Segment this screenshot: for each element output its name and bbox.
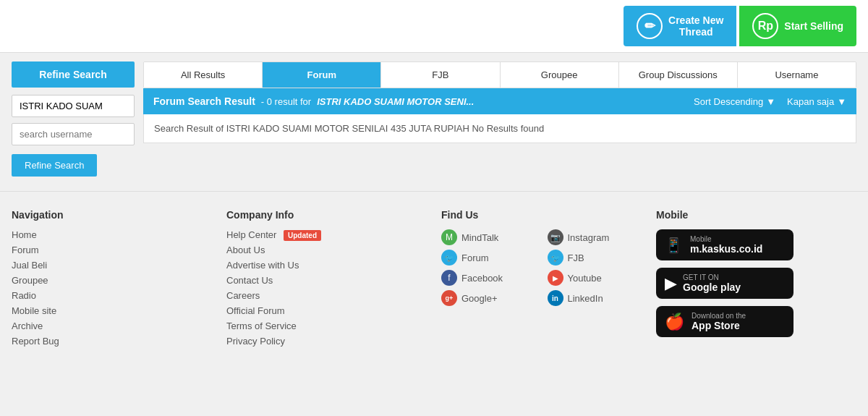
kaskus-mobile-main: m.kaskus.co.id — [690, 243, 762, 255]
username-search-input[interactable] — [12, 123, 135, 145]
company-terms[interactable]: Terms of Service — [226, 321, 297, 331]
nav-radio[interactable]: Radio — [12, 290, 36, 301]
main-content: Refine Search Refine Search All Results … — [0, 53, 868, 185]
refine-search-bottom-button[interactable]: Refine Search — [12, 154, 97, 177]
linkedin-label: LinkedIn — [568, 293, 603, 304]
find-us-instagram[interactable]: 📷 Instagram — [548, 229, 642, 245]
youtube-label: Youtube — [568, 273, 602, 284]
updated-badge: Updated — [284, 230, 321, 241]
find-us-mindt[interactable]: M MindTalk — [441, 229, 536, 245]
apple-icon: 🍎 — [665, 313, 684, 331]
start-selling-button[interactable]: Rp Start Selling — [739, 6, 856, 46]
header-action-buttons: ✏ Create New Thread Rp Start Selling — [624, 6, 856, 46]
company-contact[interactable]: Contact Us — [226, 275, 273, 286]
find-us-youtube[interactable]: ▶ Youtube — [548, 270, 642, 286]
result-count-text: - 0 result for — [261, 96, 311, 107]
mindt-label: MindTalk — [461, 232, 498, 243]
company-careers[interactable]: Careers — [226, 290, 260, 301]
list-item: Report Bug — [12, 336, 212, 347]
fjb-label: FJB — [568, 252, 584, 263]
result-query: ISTRI KADO SUAMI MOTOR SENI... — [317, 96, 474, 107]
list-item: Privacy Policy — [226, 336, 427, 347]
find-us-forum[interactable]: 🐦 Forum — [441, 250, 536, 266]
find-us-grid: M MindTalk 📷 Instagram 🐦 Forum 🐦 FJB f — [441, 229, 642, 306]
nav-home[interactable]: Home — [12, 229, 37, 240]
tab-username[interactable]: Username — [738, 62, 856, 88]
search-input[interactable] — [12, 95, 135, 117]
company-list: Help Center Updated About Us Advertise w… — [226, 229, 427, 347]
mindt-icon: M — [441, 229, 457, 245]
forum-label: Forum — [461, 252, 489, 263]
tab-all-results[interactable]: All Results — [144, 62, 263, 88]
rp-icon: Rp — [752, 13, 778, 39]
mobile-title: Mobile — [656, 209, 856, 221]
tab-forum[interactable]: Forum — [263, 62, 381, 88]
googleplus-icon: g+ — [441, 290, 457, 306]
footer-find-us: Find Us M MindTalk 📷 Instagram 🐦 Forum 🐦… — [441, 209, 642, 351]
nav-groupee[interactable]: Groupee — [12, 275, 48, 286]
find-us-title: Find Us — [441, 209, 642, 221]
footer: Navigation Home Forum Jual Beli Groupee … — [0, 191, 868, 362]
list-item: Groupee — [12, 275, 212, 286]
facebook-label: Facebook — [461, 273, 503, 284]
nav-archive[interactable]: Archive — [12, 321, 43, 331]
list-item: Forum — [12, 245, 212, 255]
tab-group-discussions[interactable]: Group Discussions — [619, 62, 738, 88]
googleplus-label: Google+ — [461, 293, 498, 304]
company-privacy[interactable]: Privacy Policy — [226, 336, 285, 347]
result-body-text: Search Result of ISTRI KADO SUAMI MOTOR … — [154, 123, 544, 134]
kaskus-mobile-sub: Mobile — [690, 235, 762, 243]
pencil-icon: ✏ — [637, 13, 663, 39]
result-header-right: Sort Descending ▼ Kapan saja ▼ — [694, 96, 846, 107]
list-item: Advertise with Us — [226, 260, 427, 271]
time-label: Kapan saja — [787, 96, 834, 107]
find-us-linkedin[interactable]: in LinkedIn — [548, 290, 642, 306]
list-item: Mobile site — [12, 305, 212, 316]
google-play-text: GET IT ON Google play — [683, 273, 741, 293]
app-store-button[interactable]: 🍎 Download on the App Store — [656, 306, 793, 337]
company-advertise[interactable]: Advertise with Us — [226, 260, 299, 271]
create-thread-button[interactable]: ✏ Create New Thread — [624, 6, 736, 46]
tab-groupee[interactable]: Groupee — [501, 62, 619, 88]
nav-mobile-site[interactable]: Mobile site — [12, 305, 56, 316]
footer-navigation: Navigation Home Forum Jual Beli Groupee … — [12, 209, 212, 351]
refine-search-top-button[interactable]: Refine Search — [12, 61, 135, 88]
navigation-title: Navigation — [12, 209, 212, 221]
google-play-icon: ▶ — [665, 274, 677, 293]
company-about-us[interactable]: About Us — [226, 245, 265, 255]
sort-dropdown[interactable]: Sort Descending ▼ — [694, 96, 775, 107]
content-area: All Results Forum FJB Groupee Group Disc… — [143, 61, 856, 177]
result-title: Forum Search Result — [153, 95, 255, 107]
list-item: Careers — [226, 290, 427, 301]
kaskus-mobile-text: Mobile m.kaskus.co.id — [690, 235, 762, 255]
linkedin-icon: in — [548, 290, 563, 306]
list-item: Radio — [12, 290, 212, 301]
instagram-icon: 📷 — [548, 229, 563, 245]
nav-report-bug[interactable]: Report Bug — [12, 336, 59, 347]
company-help-center[interactable]: Help Center — [226, 229, 276, 240]
list-item: Official Forum — [226, 305, 427, 316]
nav-jual-beli[interactable]: Jual Beli — [12, 260, 47, 271]
google-play-button[interactable]: ▶ GET IT ON Google play — [656, 268, 793, 299]
kaskus-mobile-button[interactable]: 📱 Mobile m.kaskus.co.id — [656, 229, 793, 260]
app-store-main: App Store — [692, 320, 746, 331]
find-us-fjb[interactable]: 🐦 FJB — [548, 250, 642, 266]
company-official-forum[interactable]: Official Forum — [226, 305, 285, 316]
find-us-googleplus[interactable]: g+ Google+ — [441, 290, 536, 306]
app-store-sub: Download on the — [692, 312, 746, 320]
footer-grid: Navigation Home Forum Jual Beli Groupee … — [12, 209, 856, 351]
navigation-list: Home Forum Jual Beli Groupee Radio Mobil… — [12, 229, 212, 347]
tab-fjb[interactable]: FJB — [381, 62, 500, 88]
facebook-icon: f — [441, 270, 457, 286]
start-selling-label: Start Selling — [784, 20, 843, 32]
time-chevron-icon: ▼ — [837, 96, 846, 107]
instagram-label: Instagram — [568, 232, 610, 243]
find-us-facebook[interactable]: f Facebook — [441, 270, 536, 286]
list-item: Archive — [12, 321, 212, 331]
search-tabs: All Results Forum FJB Groupee Group Disc… — [143, 61, 856, 88]
time-dropdown[interactable]: Kapan saja ▼ — [787, 96, 846, 107]
company-title: Company Info — [226, 209, 427, 221]
result-header-left: Forum Search Result - 0 result for ISTRI… — [153, 95, 474, 107]
footer-mobile: Mobile 📱 Mobile m.kaskus.co.id ▶ GET IT … — [656, 209, 856, 351]
nav-forum[interactable]: Forum — [12, 245, 39, 255]
